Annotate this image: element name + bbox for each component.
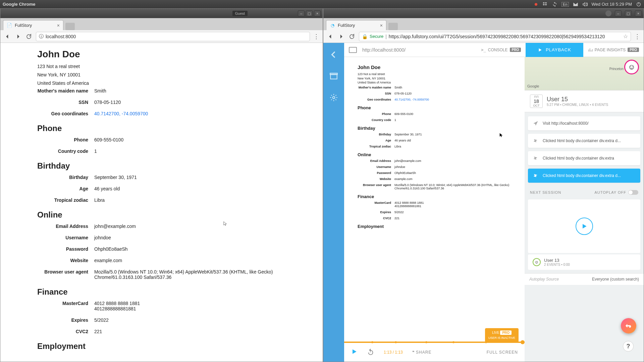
section-heading: Phone	[37, 124, 323, 133]
next-session-user[interactable]: ☺ User 13 2 EVENTS • 0:00	[528, 254, 640, 270]
geo-link[interactable]: 40.7142700, -74.0059700	[94, 111, 323, 116]
address-line: 123 Not a real street	[37, 63, 323, 70]
field-label: Birthday	[37, 175, 94, 180]
address-bar[interactable]: 🔒 Secure | https://app.fullstory.com/ui/…	[359, 32, 631, 41]
google-logo: Google	[527, 84, 539, 88]
reload-button[interactable]	[348, 33, 356, 40]
play-button[interactable]	[351, 348, 358, 356]
live-status-badge: LIVE PRO USER IS INACTIVE	[485, 328, 519, 343]
forward-button[interactable]	[14, 33, 22, 40]
svg-text:7: 7	[370, 351, 371, 353]
window-titlebar: – ▢ ×	[323, 9, 644, 18]
gear-icon[interactable]	[329, 93, 338, 102]
field-value: 5/2022	[94, 317, 323, 323]
console-button[interactable]: >_ CONSOLE PRO	[476, 48, 526, 52]
system-tray: En Wed Oct 18 5:29 PM	[533, 2, 641, 7]
address-bar[interactable]: ⓘ localhost:8000	[36, 32, 310, 41]
reload-button[interactable]	[25, 33, 33, 40]
bookmark-star-icon[interactable]: ☆	[623, 33, 628, 40]
feedback-fab[interactable]	[621, 318, 636, 334]
session-date-badge: ⊓⊓ 18 OCT	[530, 95, 543, 108]
keyboard-lang[interactable]: En	[561, 2, 569, 7]
power-icon[interactable]	[636, 2, 641, 7]
profile-icon[interactable]	[605, 10, 611, 16]
help-button[interactable]: ?	[623, 341, 634, 352]
field-label: Geo coordinates	[37, 111, 94, 116]
field-label: CVC2	[37, 329, 94, 334]
playhead[interactable]	[521, 340, 525, 344]
app-topbar: http://localhost:8000/ >_ CONSOLE PRO PL…	[344, 43, 644, 57]
user-avatar: ☺	[624, 60, 639, 74]
event-item[interactable]: Clicked html body div.container div.extr…	[528, 151, 640, 165]
page-insights-button[interactable]: PAGE INSIGHTS PRO	[583, 48, 644, 52]
tab-close-icon[interactable]: ×	[57, 23, 60, 28]
field-value: 1	[94, 148, 323, 154]
mail-icon[interactable]	[573, 2, 578, 7]
event-text: Clicked html body div.container div.extr…	[543, 173, 621, 178]
sync-icon[interactable]	[552, 2, 557, 7]
field-value: 46 years old	[94, 186, 323, 191]
tab-strip: ◔ FullStory ×	[323, 18, 644, 30]
autoplay-source-footer[interactable]: Autoplay Source Everyone (custom search)	[525, 273, 644, 285]
user-summary-card[interactable]: ⊓⊓ 18 OCT User 15 5:27 PM • CHROME, LINU…	[525, 90, 644, 112]
svg-point-4	[333, 97, 335, 99]
pro-badge: PRO	[510, 48, 521, 52]
replay-url: http://localhost:8000/	[362, 47, 406, 53]
back-arrow-icon[interactable]	[329, 50, 338, 59]
back-button[interactable]	[327, 33, 334, 40]
next-session-preview[interactable]	[528, 199, 640, 253]
guest-badge[interactable]: Guest	[232, 11, 248, 16]
tab-close-icon[interactable]: ×	[380, 23, 383, 28]
os-menubar: Google Chrome En Wed Oct 18 5:29 PM	[0, 0, 644, 8]
playback-timeline[interactable]	[344, 342, 525, 343]
chrome-menu-button[interactable]: ⋮	[313, 33, 319, 40]
field-value: Libra	[94, 197, 323, 203]
close-button[interactable]: ×	[635, 10, 642, 16]
field-label: Password	[37, 246, 94, 252]
section-heading: Finance	[37, 287, 323, 297]
forward-button[interactable]	[337, 33, 345, 40]
browser-tab[interactable]: ◔ FullStory ×	[326, 20, 386, 30]
new-tab-button[interactable]	[388, 23, 398, 30]
field-label: SSN	[37, 100, 94, 105]
user-name: User 15	[547, 96, 608, 103]
maximize-button[interactable]: ▢	[306, 10, 313, 16]
minimize-button[interactable]: –	[298, 10, 305, 16]
field-label: Website	[37, 258, 94, 263]
field-value: 078-05-1120	[94, 100, 323, 105]
section-heading: Birthday	[37, 161, 323, 171]
address-line: United States of America	[37, 80, 323, 87]
rewind-button[interactable]: 7	[367, 348, 374, 357]
minimize-button[interactable]: –	[615, 10, 622, 16]
section-heading: Employment	[37, 342, 323, 351]
event-list: Visit http://localhost:8000/Clicked html…	[525, 112, 644, 187]
event-item[interactable]: Clicked html body div.container div.extr…	[528, 134, 640, 148]
maximize-button[interactable]: ▢	[625, 10, 632, 16]
field-value: example.com	[94, 258, 323, 263]
fullstory-app: http://localhost:8000/ >_ CONSOLE PRO PL…	[323, 43, 644, 362]
field-value: September 30, 1971	[94, 175, 323, 180]
chrome-menu-button[interactable]: ⋮	[634, 33, 640, 40]
clock[interactable]: Wed Oct 18 5:29 PM	[592, 2, 632, 7]
playback-controls: 7 1:13 / 1:13 ❝ SHARE FULL SCREEN	[344, 342, 525, 362]
back-button[interactable]	[4, 33, 11, 40]
close-button[interactable]: ×	[314, 10, 321, 16]
record-icon[interactable]	[533, 2, 539, 7]
click-icon	[533, 173, 539, 179]
archive-icon[interactable]	[329, 72, 338, 80]
fullscreen-button[interactable]: FULL SCREEN	[487, 350, 518, 355]
event-item[interactable]: Visit http://localhost:8000/	[528, 116, 640, 130]
share-button[interactable]: ❝ SHARE	[412, 350, 432, 355]
event-item[interactable]: Clicked html body div.container div.extr…	[528, 169, 640, 183]
field-value: john@example.com	[94, 224, 323, 229]
volume-icon[interactable]	[582, 2, 588, 7]
play-next-button[interactable]	[576, 218, 593, 235]
secure-label: Secure	[370, 34, 383, 39]
dropbox-icon[interactable]	[543, 2, 548, 7]
svg-point-0	[535, 3, 537, 6]
new-tab-button[interactable]	[65, 23, 75, 30]
event-text: Clicked html body div.container div.extr…	[543, 138, 621, 143]
autoplay-toggle[interactable]	[628, 190, 638, 195]
browser-tab[interactable]: 📄 FullStory ×	[3, 20, 63, 30]
playback-tab[interactable]: PLAYBACK	[526, 43, 583, 57]
